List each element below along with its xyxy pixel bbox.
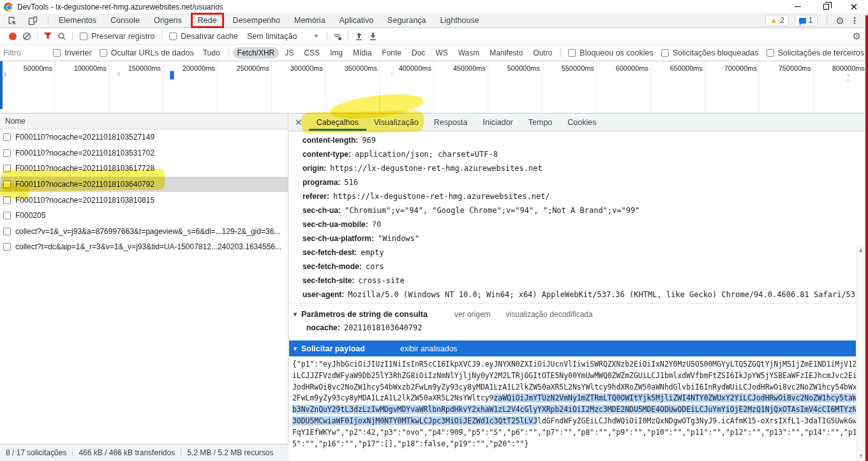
filter-type-all[interactable]: Tudo <box>198 47 225 59</box>
triangle-down-icon: ▼ <box>292 346 298 352</box>
request-row[interactable]: collect?t=dc&aip=1&_r=3&v=1&_v=j93&tid=U… <box>0 239 288 255</box>
warnings-badge[interactable]: ▲2 <box>765 15 789 26</box>
tab-lighthouse[interactable]: Lighthouse <box>433 16 486 25</box>
filter-type-js[interactable]: JS <box>280 47 298 59</box>
restore-button[interactable] <box>812 0 840 13</box>
detail-tab-cabeçalhos[interactable]: Cabeçalhos <box>309 113 366 131</box>
export-har-icon[interactable] <box>366 29 380 43</box>
close-details-icon[interactable]: ✕ <box>289 113 309 131</box>
disable-cache-checkbox[interactable]: Desativar cache <box>169 32 238 41</box>
timeline-tick-label: 250000ms <box>220 64 269 72</box>
close-button[interactable]: ✕ <box>840 0 868 13</box>
filter-type-manifesto[interactable]: Manifesto <box>485 47 527 59</box>
filter-input[interactable]: Filtro <box>0 48 49 57</box>
message-count: 1 <box>809 16 813 25</box>
checkbox-icon[interactable] <box>3 243 11 251</box>
requests-column-header[interactable]: Nome <box>0 113 288 129</box>
scroll-up-icon[interactable]: ▲ <box>857 247 865 253</box>
search-icon[interactable] <box>55 29 69 43</box>
timeline-gridline <box>759 61 760 113</box>
view-parsed-link[interactable]: exibir analisados <box>400 344 457 353</box>
network-settings-gear-icon[interactable]: ⚙ <box>853 31 861 41</box>
detail-tab-tempo[interactable]: Tempo <box>521 113 560 131</box>
timeline-gridline <box>379 61 380 113</box>
request-row[interactable]: F000205 <box>0 208 288 224</box>
issues-badge[interactable]: 1 <box>795 15 818 26</box>
detail-tab-resposta[interactable]: Resposta <box>426 113 475 131</box>
header-value: Mozilla/5.0 (Windows NT 10.0; Win64; x64… <box>348 290 858 299</box>
request-row[interactable]: F000110?nocache=20211018103640792 <box>0 177 288 193</box>
request-name: F000205 <box>15 211 45 220</box>
filter-type-outro[interactable]: Outro <box>528 47 557 59</box>
more-options-icon[interactable]: ⋮ <box>850 15 859 26</box>
filter-icon[interactable] <box>41 29 55 43</box>
blocked-requests-checkbox[interactable]: Solicitações bloqueadas <box>661 48 759 57</box>
filter-type-css[interactable]: CSS <box>299 47 324 59</box>
tab-memória[interactable]: Memória <box>287 16 333 25</box>
detail-tab-visualização[interactable]: Visualização <box>366 113 426 131</box>
timeline-gridline <box>542 61 542 113</box>
filter-type-img[interactable]: Img <box>326 47 347 59</box>
tab-elementos[interactable]: Elementos <box>52 16 103 25</box>
timeline-tick-label: 500000ms <box>490 64 540 72</box>
tab-rede[interactable]: Rede <box>191 13 224 28</box>
tab-desempenho[interactable]: Desempenho <box>226 16 287 25</box>
third-party-checkbox[interactable]: Solicitações de terceiros <box>767 48 864 57</box>
inspect-element-icon[interactable] <box>5 13 19 27</box>
device-toolbar-icon[interactable] <box>26 13 40 27</box>
header-name: sec-fetch-site: <box>303 276 354 285</box>
filter-type-fonte[interactable]: Fonte <box>377 47 406 59</box>
header-row: content-type:application/json; charset=U… <box>289 147 858 161</box>
header-name: content-type: <box>303 150 351 159</box>
tab-aplicativo[interactable]: Aplicativo <box>333 16 381 25</box>
throttling-dropdown[interactable]: Sem limitação▼ <box>247 32 318 41</box>
query-string-section-header[interactable]: ▼ Parâmetros de string de consulta ver o… <box>289 304 858 320</box>
scroll-down-icon[interactable]: ▼ <box>857 453 865 459</box>
checkbox-icon[interactable] <box>3 212 11 219</box>
invert-checkbox[interactable]: Inverter <box>53 48 91 57</box>
timeline-request-mark <box>117 72 120 76</box>
filter-type-mídia[interactable]: Mídia <box>348 47 376 59</box>
header-value: application/json; charset=UTF-8 <box>355 150 498 159</box>
tab-segurança[interactable]: Segurança <box>380 16 433 25</box>
settings-gear-icon[interactable]: ⚙ <box>836 16 844 26</box>
checkbox-icon[interactable] <box>3 180 11 188</box>
request-row[interactable]: collect?v=1&_v=j93&a=876997663&t=pagevie… <box>0 224 288 240</box>
filter-type-ws[interactable]: WS <box>431 47 452 59</box>
request-row[interactable]: F000110?nocache=20211018103810815 <box>0 192 288 208</box>
tab-origens[interactable]: Origens <box>147 16 189 25</box>
view-decoded-link[interactable]: visualização decodificada <box>506 310 593 319</box>
divider <box>72 31 73 41</box>
filter-type-doc[interactable]: Doc <box>407 47 430 59</box>
filter-type-wasm[interactable]: Wasm <box>454 47 484 59</box>
minimize-button[interactable] <box>784 0 812 13</box>
import-har-icon[interactable] <box>352 29 366 43</box>
request-row[interactable]: F000110?nocache=20211018103527149 <box>0 129 288 145</box>
details-scrollbar[interactable]: ▲ ▼ <box>856 245 865 461</box>
hide-data-urls-checkbox[interactable]: Ocultar URLs de dados <box>100 48 194 57</box>
request-row[interactable]: F000110?nocache=20211018103531702 <box>0 145 288 161</box>
tab-console[interactable]: Console <box>103 16 147 25</box>
checkbox-icon[interactable] <box>3 149 11 157</box>
filter-type-fetch/xhr[interactable]: Fetch/XHR <box>233 47 280 59</box>
timeline-tick-label: 450000ms <box>436 64 486 72</box>
checkbox-icon[interactable] <box>3 165 11 172</box>
clear-button[interactable] <box>20 29 34 43</box>
checkbox-icon[interactable] <box>3 196 11 204</box>
network-conditions-icon[interactable] <box>331 29 345 43</box>
header-name: sec-ch-ua-mobile: <box>303 220 368 229</box>
checkbox-icon[interactable] <box>3 133 11 141</box>
checkbox-icon[interactable] <box>3 228 11 235</box>
detail-tab-iniciador[interactable]: Iniciador <box>475 113 521 131</box>
preserve-log-checkbox[interactable]: Preservar registro <box>80 32 154 41</box>
view-source-link[interactable]: ver origem <box>454 310 491 319</box>
blocked-cookies-checkbox[interactable]: Bloqueou os cookies <box>568 48 653 57</box>
timeline-gridline <box>488 61 488 113</box>
request-row[interactable]: F000110?nocache=20211018103617728 <box>0 161 288 177</box>
record-network-log-button[interactable] <box>6 29 20 43</box>
request-payload-text[interactable]: {"p1":"eyJhbGciOiJIUzI1NiIsInR5cCI6IkpXV… <box>289 356 858 450</box>
detail-tab-cookies[interactable]: Cookies <box>560 113 604 131</box>
network-overview-timeline[interactable]: 50000ms100000ms150000ms200000ms250000ms3… <box>0 61 868 113</box>
request-payload-section-header[interactable]: ▼ Solicitar payload exibir analisados <box>289 340 858 356</box>
preserve-log-label: Preservar registro <box>91 32 154 41</box>
